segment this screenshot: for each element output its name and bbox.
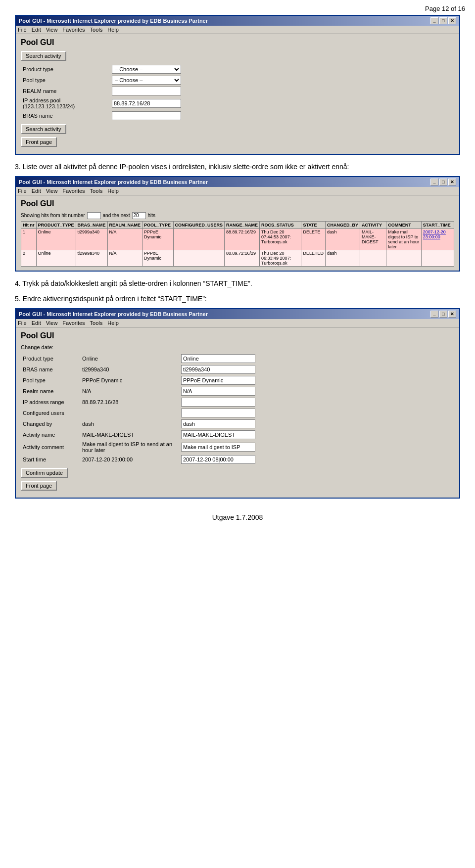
close-btn-1[interactable]: ✕	[448, 17, 456, 24]
change-label-start-time: Start time	[21, 454, 80, 465]
ip-address-input[interactable]	[112, 99, 181, 108]
minimize-btn-3[interactable]: _	[430, 311, 438, 318]
menu-view-2[interactable]: View	[46, 188, 58, 194]
col-comment: COMMENT	[386, 221, 421, 228]
input-bras-name[interactable]	[181, 365, 255, 374]
cell-range-2: 88.89.72:16/29	[225, 250, 260, 266]
menu-help-2[interactable]: Help	[107, 188, 119, 194]
input-activity-name[interactable]	[181, 430, 255, 439]
search-activity-btn-1[interactable]: Search activity	[21, 51, 66, 61]
change-input-configured-users	[179, 408, 257, 418]
menu-edit-2[interactable]: Edit	[32, 188, 41, 194]
browser-title-3: Pool GUI - Microsoft Internet Explorer p…	[19, 311, 208, 317]
menu-tools-1[interactable]: Tools	[90, 27, 103, 33]
menu-view-3[interactable]: View	[46, 320, 58, 326]
menu-tools-2[interactable]: Tools	[90, 188, 103, 194]
change-date-label: Change date:	[21, 344, 454, 350]
ip-address-label: IP address pool (123.123.123.123/24)	[21, 96, 110, 110]
pool-gui-heading-2: Pool GUI	[21, 199, 454, 208]
confirm-update-btn[interactable]: Confirm update	[21, 468, 68, 478]
input-ip-range[interactable]	[181, 398, 255, 407]
front-page-btn-1[interactable]: Front page	[21, 137, 57, 147]
menu-view-1[interactable]: View	[46, 27, 58, 33]
pool-type-label: Pool type	[21, 75, 110, 86]
change-label-activity-name: Activity name	[21, 429, 80, 440]
cell-bras-1: ti2999a340	[76, 228, 107, 250]
pool-type-select[interactable]: – Choose –	[112, 76, 181, 85]
cell-start-1: 2007-12-20 23:00:00	[421, 228, 454, 250]
change-row-configured-users: Configured users	[21, 408, 257, 418]
change-row-changed-by: Changed by dash	[21, 418, 257, 429]
change-row-start-time: Start time 2007-12-20 23:00:00	[21, 454, 257, 465]
results-header-row: Hit nr PRODUCT_TYPE BRAS_NAME REALM_NAME…	[21, 221, 454, 228]
change-input-changed-by	[179, 418, 257, 429]
change-label-activity-comment: Activity comment	[21, 440, 80, 454]
col-rocs-status: ROCS_STATUS	[260, 221, 301, 228]
menu-favorites-3[interactable]: Favorites	[62, 320, 85, 326]
change-label-pool-type: Pool type	[21, 375, 80, 386]
realm-name-input[interactable]	[112, 87, 181, 95]
pool-gui-heading-3: Pool GUI	[21, 331, 454, 340]
product-type-select[interactable]: – Choose –	[112, 65, 181, 74]
change-input-bras-name	[179, 364, 257, 375]
menu-favorites-1[interactable]: Favorites	[62, 27, 85, 33]
input-realm-name[interactable]	[181, 387, 255, 396]
input-activity-comment[interactable]	[181, 443, 255, 452]
change-value-start-time: 2007-12-20 23:00:00	[80, 454, 179, 465]
menu-tools-3[interactable]: Tools	[90, 320, 103, 326]
maximize-btn-2[interactable]: □	[439, 179, 447, 185]
cell-bras-2: ti2999a340	[76, 250, 107, 266]
cell-rocs-1: Thu Dec 20 07:44:53 2007: Turboroqs.ok	[260, 228, 301, 250]
page-number: Page 12 of 16	[425, 5, 465, 12]
front-page-btn-3[interactable]: Front page	[21, 481, 57, 491]
bras-name-input[interactable]	[112, 111, 181, 120]
menu-edit-3[interactable]: Edit	[32, 320, 41, 326]
input-start-time[interactable]	[181, 455, 255, 464]
input-changed-by[interactable]	[181, 419, 255, 428]
close-btn-3[interactable]: ✕	[448, 311, 456, 318]
col-bras-name: BRAS_NAME	[76, 221, 107, 228]
col-activity: ACTIVITY	[360, 221, 386, 228]
browser-window-3: Pool GUI - Microsoft Internet Explorer p…	[15, 308, 460, 499]
minimize-btn-2[interactable]: _	[430, 179, 438, 185]
showing-hits-prefix: Showing hits from hit number	[21, 213, 85, 218]
menu-help-3[interactable]: Help	[107, 320, 119, 326]
input-pool-type[interactable]	[181, 376, 255, 385]
minimize-btn-1[interactable]: _	[430, 17, 438, 24]
cell-pool-1: PPPoE Dynamic	[142, 228, 174, 250]
ip-address-cell	[110, 96, 454, 110]
change-value-activity-comment: Make mail digest to ISP to send at an ho…	[80, 440, 179, 454]
table-row[interactable]: 1 Online ti2999a340 N/A PPPoE Dynamic 88…	[21, 228, 454, 250]
maximize-btn-1[interactable]: □	[439, 17, 447, 24]
hit-next-input[interactable]	[132, 212, 146, 219]
hit-from-input[interactable]	[87, 212, 101, 219]
cell-product-2: Online	[36, 250, 76, 266]
input-product-type[interactable]	[181, 354, 255, 363]
menu-file-1[interactable]: File	[18, 27, 27, 33]
maximize-btn-3[interactable]: □	[439, 311, 447, 318]
input-configured-users[interactable]	[181, 409, 255, 417]
change-row-activity-name: Activity name MAIL-MAKE-DIGEST	[21, 429, 257, 440]
search-form-table-1: Product type – Choose – Pool type – Choo…	[21, 64, 454, 121]
cell-activity-2	[360, 250, 386, 266]
change-label-configured-users: Configured users	[21, 408, 80, 418]
browser-title-2: Pool GUI - Microsoft Internet Explorer p…	[19, 179, 208, 185]
menu-edit-1[interactable]: Edit	[32, 27, 41, 33]
title-bar-2: Pool GUI - Microsoft Internet Explorer p…	[16, 177, 459, 187]
menu-file-2[interactable]: File	[18, 188, 27, 194]
search-activity-btn-2[interactable]: Search activity	[21, 124, 66, 134]
change-label-bras-name: BRAS name	[21, 364, 80, 375]
cell-pool-2: PPPoE Dynamic	[142, 250, 174, 266]
menu-help-1[interactable]: Help	[107, 27, 119, 33]
close-btn-2[interactable]: ✕	[448, 179, 456, 185]
form-row-realm-name: REALM name	[21, 86, 454, 96]
showing-hits-middle: and the next	[103, 213, 130, 218]
table-row[interactable]: 2 Online ti2999a340 N/A PPPoE Dynamic 88…	[21, 250, 454, 266]
section-3-text: 3. Liste over all aktivitet på denne IP-…	[15, 162, 460, 172]
title-bar-1: Pool GUI - Microsoft Internet Explorer p…	[16, 16, 459, 26]
change-value-ip-range: 88.89.72.16/28	[80, 397, 179, 408]
cell-cfg-1	[173, 228, 225, 250]
change-row-bras-name: BRAS name ti2999a340	[21, 364, 257, 375]
menu-file-3[interactable]: File	[18, 320, 27, 326]
menu-favorites-2[interactable]: Favorites	[62, 188, 85, 194]
